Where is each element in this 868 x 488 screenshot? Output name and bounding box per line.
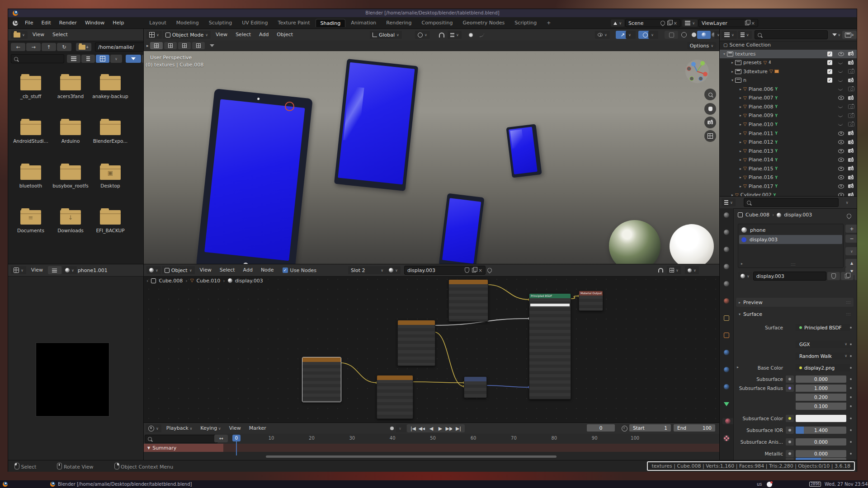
menu-playback[interactable]: Playback ∨ xyxy=(162,423,197,434)
render-toggle[interactable] xyxy=(848,96,854,100)
outliner-row[interactable]: ▸▽Plane.013Y xyxy=(720,147,857,155)
image-browse-button[interactable]: ∨ xyxy=(62,266,77,274)
color-swatch[interactable] xyxy=(796,415,846,422)
render-toggle[interactable] xyxy=(848,176,854,179)
render-toggle[interactable] xyxy=(848,141,854,144)
view-layer-selector[interactable]: ∨ ViewLayer × xyxy=(682,19,758,27)
refresh-button[interactable]: ↻ xyxy=(57,43,71,51)
decorator-box[interactable] xyxy=(786,415,794,422)
outliner-row[interactable]: ▸▽Plane.014Y xyxy=(720,155,857,164)
file-search-input[interactable] xyxy=(11,54,64,63)
decorator-box[interactable] xyxy=(786,375,794,383)
workspace-tab-modeling[interactable]: Modeling xyxy=(172,19,203,27)
close-icon[interactable]: × xyxy=(674,21,677,26)
select-filter-icon[interactable] xyxy=(210,44,214,47)
animate-decorator[interactable] xyxy=(850,367,852,369)
expand-icon[interactable]: ▸ xyxy=(740,131,741,136)
tab-object[interactable] xyxy=(723,332,730,338)
new-collection-button[interactable]: + xyxy=(842,31,857,39)
fake-user-button[interactable] xyxy=(827,272,840,280)
filter-button[interactable] xyxy=(126,55,141,63)
animate-decorator[interactable] xyxy=(850,378,852,380)
tab-modifiers[interactable] xyxy=(723,349,730,356)
menu-edit[interactable]: Edit xyxy=(37,18,55,28)
editor-type-button[interactable]: ∨ xyxy=(146,266,161,274)
shader-node[interactable]: Material Output xyxy=(579,291,603,311)
timeline-scrollbar[interactable] xyxy=(266,455,557,458)
mode-dropdown[interactable]: Object Mode∨ xyxy=(163,31,211,39)
display-mode-dropdown[interactable]: ∨ xyxy=(110,55,122,63)
use-nodes-checkbox[interactable]: ✓ Use Nodes xyxy=(283,267,317,273)
outliner-row[interactable]: ▸▽Plane.010Y xyxy=(720,120,857,129)
render-toggle[interactable] xyxy=(848,167,854,170)
timeline-ruler[interactable]: 102030405060708090100 xyxy=(144,434,720,444)
unlink-icon[interactable]: × xyxy=(479,268,482,273)
tab-world[interactable] xyxy=(723,298,730,304)
hide-toggle[interactable] xyxy=(838,114,843,117)
object-visibility-dropdown[interactable]: ∨ xyxy=(595,31,610,39)
tab-view-layer[interactable] xyxy=(723,263,730,270)
render-toggle[interactable] xyxy=(848,61,854,65)
duplicate-icon[interactable] xyxy=(667,21,671,25)
hide-toggle[interactable] xyxy=(838,123,843,126)
render-toggle[interactable] xyxy=(848,79,854,82)
filter-icon[interactable] xyxy=(832,33,837,36)
shader-type-dropdown[interactable]: Object∨ xyxy=(162,266,195,274)
outliner-row[interactable]: ▸▽Plane.006Y xyxy=(720,85,857,94)
blender-menu-icon[interactable] xyxy=(13,20,18,26)
menu-view[interactable]: View xyxy=(28,29,48,40)
field-value[interactable]: 0.000 xyxy=(796,450,846,457)
editor-type-button[interactable]: ∨ xyxy=(11,266,26,274)
render-toggle[interactable] xyxy=(848,158,854,162)
field-dropdown[interactable]: GGX∨ xyxy=(796,341,850,348)
menu-add[interactable]: Add xyxy=(239,265,257,276)
menu-select[interactable]: Select xyxy=(48,29,72,40)
outliner-row[interactable]: ▸presets▽4✓ xyxy=(720,58,857,67)
expand-icon[interactable]: ▸ xyxy=(740,87,741,91)
material-name-field[interactable]: display.003 × xyxy=(404,266,486,275)
preview-shading-dropdown[interactable]: ∨ xyxy=(685,266,699,274)
expand-icon[interactable]: ▸ xyxy=(740,158,741,162)
animate-decorator[interactable] xyxy=(850,327,852,328)
view-list-button[interactable] xyxy=(67,55,80,63)
hide-toggle[interactable] xyxy=(838,175,844,179)
shader-node[interactable] xyxy=(397,320,435,366)
menu-object[interactable]: Object xyxy=(273,29,297,40)
display-mode-dropdown[interactable]: ∨ xyxy=(738,31,752,39)
render-toggle[interactable] xyxy=(848,87,854,91)
folder-item[interactable]: _cb_stuff xyxy=(11,76,51,121)
visibility-checkbox[interactable]: ✓ xyxy=(827,60,832,65)
surface-panel-header[interactable]: ▾Surface:::: xyxy=(736,310,854,319)
navigation-gizmo[interactable] xyxy=(684,59,710,84)
expand-icon[interactable]: ▸ xyxy=(740,184,741,188)
render-toggle[interactable] xyxy=(848,193,854,197)
auto-key-dropdown[interactable]: ∨ xyxy=(396,424,406,432)
new-folder-button[interactable]: + xyxy=(76,43,91,51)
expand-icon[interactable]: ▸ xyxy=(731,61,733,65)
scene-selector[interactable]: ∨ Scene × xyxy=(611,19,680,27)
proportional-edit-toggle[interactable] xyxy=(467,31,475,39)
menu-view[interactable]: View xyxy=(225,423,245,434)
taskbar-window-title[interactable]: Blender [/home/amalie/Desktop/blender/ta… xyxy=(58,482,192,487)
expand-icon[interactable]: ▸ xyxy=(731,193,733,197)
camera-view-button[interactable] xyxy=(704,117,716,128)
slot-specials-dropdown[interactable]: ∨ xyxy=(845,247,857,255)
properties-search-input[interactable] xyxy=(744,198,839,207)
menu-window[interactable]: Window xyxy=(81,18,108,28)
fake-user-icon[interactable] xyxy=(465,267,469,273)
menu-view[interactable]: View xyxy=(196,265,216,276)
start-frame-field[interactable]: Start1 xyxy=(629,424,671,432)
animate-decorator[interactable] xyxy=(850,453,852,455)
editor-type-button[interactable]: ∨ xyxy=(722,31,737,39)
workspace-tab-animation[interactable]: Animation xyxy=(346,19,381,27)
options-dropdown[interactable]: Options∨ xyxy=(687,42,716,49)
folder-item[interactable]: bluetooth xyxy=(11,165,51,210)
folder-item[interactable]: AndroidStudi... xyxy=(11,121,51,165)
tab-tool[interactable] xyxy=(723,212,730,218)
workspace-tab-uv-editing[interactable]: UV Editing xyxy=(237,19,272,27)
tab-physics[interactable] xyxy=(723,384,730,390)
slot-dropdown[interactable]: Slot 2∨ xyxy=(348,266,386,274)
visibility-checkbox[interactable]: ✓ xyxy=(827,69,832,74)
animate-decorator[interactable] xyxy=(850,396,852,398)
folder-item[interactable]: ≡Documents xyxy=(11,210,51,255)
